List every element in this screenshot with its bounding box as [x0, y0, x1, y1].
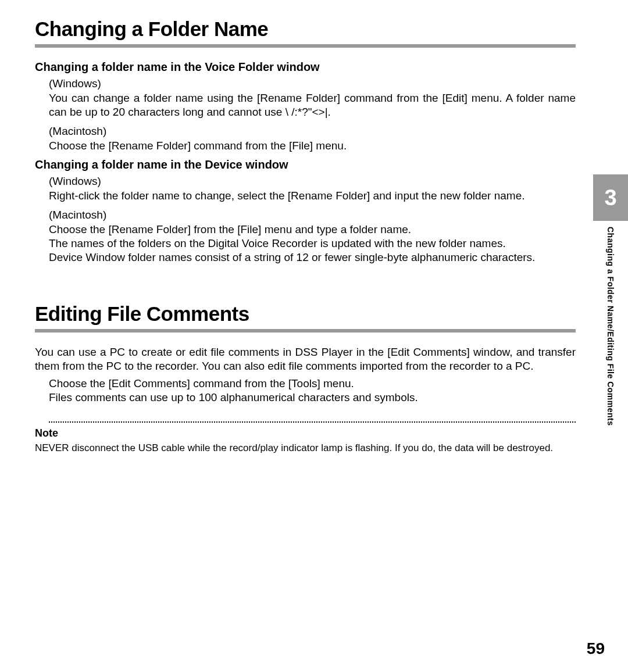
page-number: 59	[587, 639, 605, 658]
chapter-label-vertical: Changing a Folder Name/Editing File Comm…	[606, 227, 615, 426]
intro-paragraph: You can use a PC to create or edit file …	[35, 345, 576, 373]
section-title-1: Changing a Folder Name	[35, 17, 576, 41]
divider-2	[35, 329, 576, 333]
body-text: You can change a folder name using the […	[49, 91, 576, 119]
body-text: Files comments can use up to 100 alphanu…	[49, 391, 576, 405]
body-text: Choose the [Rename Folder] command from …	[49, 139, 576, 153]
subsection-heading-voice-folder: Changing a folder name in the Voice Fold…	[35, 60, 576, 74]
body-text: The names of the folders on the Digital …	[49, 237, 576, 251]
body-text: Right-click the folder name to change, s…	[49, 189, 576, 203]
os-label-macintosh-2: (Macintosh)	[49, 209, 576, 221]
os-label-windows-2: (Windows)	[49, 175, 576, 188]
dotted-divider	[49, 421, 576, 423]
body-text: Choose the [Rename Folder] from the [Fil…	[49, 223, 576, 237]
chapter-sidebar: 3 Changing a Folder Name/Editing File Co…	[593, 174, 628, 477]
body-text: Device Window folder names consist of a …	[49, 251, 576, 264]
os-label-macintosh-1: (Macintosh)	[49, 125, 576, 138]
note-text: NEVER disconnect the USB cable while the…	[35, 442, 576, 454]
subsection-heading-device: Changing a folder name in the Device win…	[35, 158, 576, 171]
chapter-number-box: 3	[593, 174, 628, 221]
divider-1	[35, 44, 576, 48]
os-label-windows-1: (Windows)	[49, 77, 576, 90]
section-title-2: Editing File Comments	[35, 302, 576, 326]
note-heading: Note	[35, 427, 576, 439]
body-text: Choose the [Edit Comments] command from …	[49, 377, 576, 391]
